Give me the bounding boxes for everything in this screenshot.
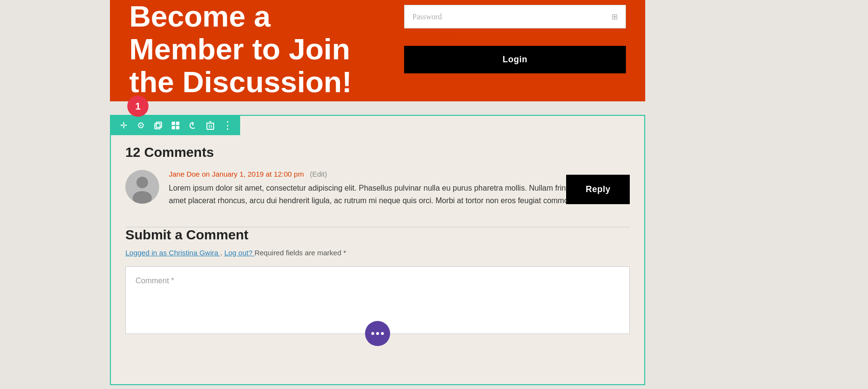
svg-rect-1 [156,122,162,127]
comments-heading: 12 Comments [125,145,630,160]
comment-textarea-wrapper[interactable]: Comment * [125,266,630,334]
svg-rect-3 [176,122,179,125]
orange-banner: Become a Member to Join the Discussion! … [110,0,645,101]
comment-placeholder: Comment * [136,277,174,285]
logged-in-text: Logged in as Christina Gwira . Log out? … [125,249,630,257]
avatar [125,170,159,204]
svg-rect-0 [155,124,160,129]
comment-date: on January 1, 2019 at 12:00 pm [202,170,304,178]
grid-icon[interactable] [170,120,181,131]
svg-point-14 [136,177,148,188]
commenter-name: Jane Doe [169,170,202,178]
svg-rect-2 [172,122,175,125]
logged-in-user-link[interactable]: Logged in as Christina Gwira [125,249,220,257]
svg-rect-5 [176,126,179,129]
dot-2 [376,332,379,335]
comment-body: Jane Doe on January 1, 2019 at 12:00 pm … [169,170,630,208]
required-fields-text: Required fields are marked * [255,249,346,257]
duplicate-icon[interactable] [152,120,164,131]
password-input-wrapper[interactable]: Password ⊞ [404,5,626,28]
submit-comment-heading: Submit a Comment [125,227,630,243]
dot-3 [381,332,384,335]
password-icon: ⊞ [611,12,618,21]
number-badge: 1 [127,96,149,117]
comment-item: Jane Doe on January 1, 2019 at 12:00 pm … [125,170,630,208]
logout-link[interactable]: Log out? [224,249,255,257]
login-button[interactable]: Login [404,46,626,73]
main-content-block: ✛ ⚙ [110,115,645,385]
more-options-button[interactable] [365,321,390,346]
more-options-icon[interactable]: ⋮ [222,120,233,131]
submit-comment-section: Submit a Comment Logged in as Christina … [111,227,644,266]
comments-section: 12 Comments Jane Doe on January 1, 2019 … [111,135,644,227]
login-form: Password ⊞ Forgot your password? Login [404,5,626,73]
reply-button[interactable]: Reply [566,175,630,204]
dot-1 [371,332,374,335]
comment-edit-link[interactable]: (Edit) [310,170,327,178]
banner-title: Become a Member to Join the Discussion! [129,0,380,99]
comment-meta: Jane Doe on January 1, 2019 at 12:00 pm … [169,170,630,178]
svg-rect-8 [207,123,214,129]
power-icon[interactable] [187,120,199,131]
comment-text: Lorem ipsum dolor sit amet, consectetur … [169,182,630,208]
delete-icon[interactable] [204,120,216,131]
editor-toolbar: ✛ ⚙ [111,116,240,135]
settings-icon[interactable]: ⚙ [135,120,147,131]
svg-rect-4 [172,126,175,129]
forgot-password-link[interactable]: Forgot your password? [404,33,626,41]
move-icon[interactable]: ✛ [118,120,129,131]
password-placeholder: Password [412,13,442,21]
